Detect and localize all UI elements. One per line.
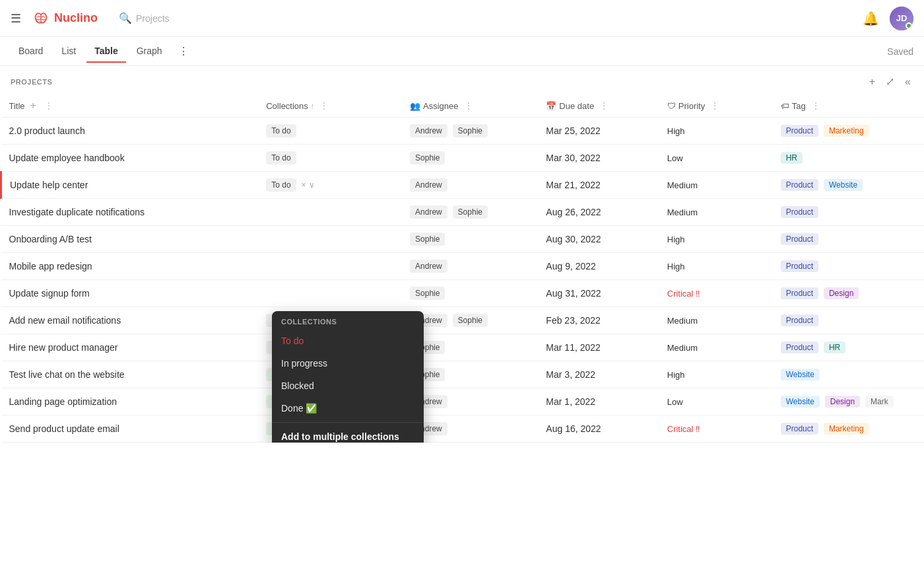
row-duedate-cell: Mar 21, 2022: [538, 172, 659, 199]
row-title[interactable]: 2.0 product launch: [9, 126, 85, 136]
dropdown-item-inprogress[interactable]: In progress: [272, 352, 424, 375]
collapse-button[interactable]: «: [902, 75, 913, 89]
col-priority-menu[interactable]: ⋮: [710, 100, 719, 111]
row-collection-cell: [258, 226, 402, 253]
table-body: 2.0 product launch ⋮ To do Andrew Sophie…: [1, 118, 925, 443]
row-title[interactable]: Investigate duplicate notifications: [9, 207, 145, 217]
dropdown-item-todo[interactable]: To do: [272, 330, 424, 352]
table-row: Update employee handbook ⋮ To do Sophie …: [1, 145, 925, 172]
tag-badge[interactable]: Product: [781, 342, 818, 353]
search-area[interactable]: 🔍 Projects: [119, 12, 170, 24]
row-title[interactable]: Landing page optimization: [9, 396, 117, 407]
table-row: 2.0 product launch ⋮ To do Andrew Sophie…: [1, 118, 925, 145]
row-title-cell: Send product update email ⋮: [1, 415, 259, 443]
row-title[interactable]: Send product update email: [9, 423, 119, 434]
tag-badge[interactable]: Product: [781, 206, 818, 218]
col-duedate-menu[interactable]: ⋮: [599, 100, 609, 111]
tag-badge[interactable]: Product: [781, 260, 818, 272]
due-date: Aug 16, 2022: [546, 423, 601, 434]
due-date: Mar 11, 2022: [546, 342, 601, 353]
hamburger-icon[interactable]: ☰: [11, 11, 21, 26]
row-title[interactable]: Update help center: [10, 180, 88, 190]
tag-badge[interactable]: Product: [781, 287, 818, 299]
row-title[interactable]: Hire new product manager: [9, 342, 118, 353]
row-title[interactable]: Mobile app redesign: [9, 261, 92, 271]
row-assignee-cell: Andrew Sophie: [402, 118, 538, 145]
assignee-pill: Andrew: [410, 178, 447, 192]
tag-badge[interactable]: Website: [824, 179, 863, 191]
tag-badge[interactable]: Marketing: [824, 125, 869, 137]
sort-collections-icon[interactable]: ↑: [311, 102, 315, 110]
avatar[interactable]: JD: [890, 7, 913, 30]
row-collection-cell-editing: To do × ∨: [258, 172, 402, 199]
table-row-active: Update help center ⋮ To do × ∨ Andrew Ma…: [1, 172, 925, 199]
add-row-icon[interactable]: +: [28, 100, 39, 112]
dropdown-item-label: To do: [281, 336, 304, 346]
priority: High: [667, 126, 685, 136]
tag-badge[interactable]: Mark: [865, 396, 894, 408]
row-title[interactable]: Onboarding A/B test: [9, 234, 92, 244]
logo-text: Nuclino: [54, 11, 98, 25]
tab-board[interactable]: Board: [11, 40, 51, 63]
tag-badge[interactable]: Website: [781, 396, 820, 408]
row-collection-cell: [258, 253, 402, 280]
col-tag: 🏷 Tag ⋮: [773, 94, 924, 118]
row-duedate-cell: Aug 30, 2022: [538, 226, 659, 253]
col-assignee-menu[interactable]: ⋮: [464, 100, 473, 111]
expand-button[interactable]: ⤢: [883, 74, 897, 89]
bell-icon[interactable]: 🔔: [863, 11, 879, 26]
col-title-menu[interactable]: ⋮: [44, 100, 53, 111]
col-tag-menu[interactable]: ⋮: [811, 100, 820, 111]
collection-pill[interactable]: To do: [266, 151, 296, 164]
col-title: Title + ⋮: [1, 94, 259, 118]
tag-badge[interactable]: Product: [781, 233, 818, 245]
assignee-pill: Sophie: [410, 287, 445, 300]
dropdown-item-blocked[interactable]: Blocked: [272, 375, 424, 397]
dropdown-divider: [272, 422, 424, 423]
collection-pill[interactable]: To do: [266, 178, 296, 192]
tab-table[interactable]: Table: [86, 40, 126, 63]
col-priority: 🛡 Priority ⋮: [659, 94, 773, 118]
collection-clear-button[interactable]: ×: [302, 180, 306, 190]
tab-graph[interactable]: Graph: [129, 40, 170, 63]
row-priority-cell: High: [659, 226, 773, 253]
collection-dropdown-button[interactable]: ∨: [309, 180, 315, 190]
duedate-icon: 📅: [546, 101, 556, 111]
row-title-cell: Hire new product manager ⋮: [1, 334, 259, 361]
row-assignee-cell: Andrew: [402, 253, 538, 280]
col-assignee-label: Assignee: [423, 101, 458, 111]
collection-pill[interactable]: To do: [266, 124, 296, 137]
row-title[interactable]: Update signup form: [9, 288, 90, 299]
priority: Medium: [667, 207, 698, 217]
tab-list[interactable]: List: [53, 40, 84, 63]
nav-more-icon[interactable]: ⋮: [176, 42, 191, 60]
tag-badge[interactable]: Product: [781, 423, 818, 435]
priority: Medium: [667, 180, 698, 190]
row-title[interactable]: Test live chat on the website: [9, 369, 125, 380]
row-title[interactable]: Add new email notifications: [9, 315, 121, 326]
tag-badge[interactable]: Product: [781, 125, 818, 137]
assignee-pill: Sophie: [410, 151, 445, 164]
due-date: Aug 26, 2022: [546, 207, 601, 217]
tag-badge[interactable]: HR: [824, 342, 845, 353]
row-duedate-cell: Mar 25, 2022: [538, 118, 659, 145]
row-title[interactable]: Update employee handbook: [9, 153, 125, 163]
add-column-button[interactable]: +: [867, 75, 878, 89]
due-date: Mar 21, 2022: [546, 180, 601, 190]
col-collections-menu[interactable]: ⋮: [319, 100, 329, 111]
table-row: Test live chat on the website ⋮ Done ✅ S…: [1, 361, 925, 388]
tag-badge[interactable]: Product: [781, 179, 818, 191]
tag-badge[interactable]: Marketing: [824, 423, 869, 435]
tag-badge[interactable]: HR: [781, 152, 803, 164]
row-duedate-cell: Mar 11, 2022: [538, 334, 659, 361]
dropdown-add-multiple[interactable]: Add to multiple collections: [272, 425, 424, 443]
tag-badge[interactable]: Website: [781, 369, 820, 380]
row-priority-cell: Low: [659, 388, 773, 415]
tag-badge[interactable]: Design: [825, 396, 860, 408]
priority-icon: 🛡: [667, 101, 676, 111]
dropdown-item-done[interactable]: Done ✅: [272, 397, 424, 419]
row-duedate-cell: Aug 26, 2022: [538, 199, 659, 226]
tag-badge[interactable]: Product: [781, 314, 818, 326]
tag-badge[interactable]: Design: [824, 287, 859, 299]
critical-icon: ‼: [696, 289, 700, 299]
